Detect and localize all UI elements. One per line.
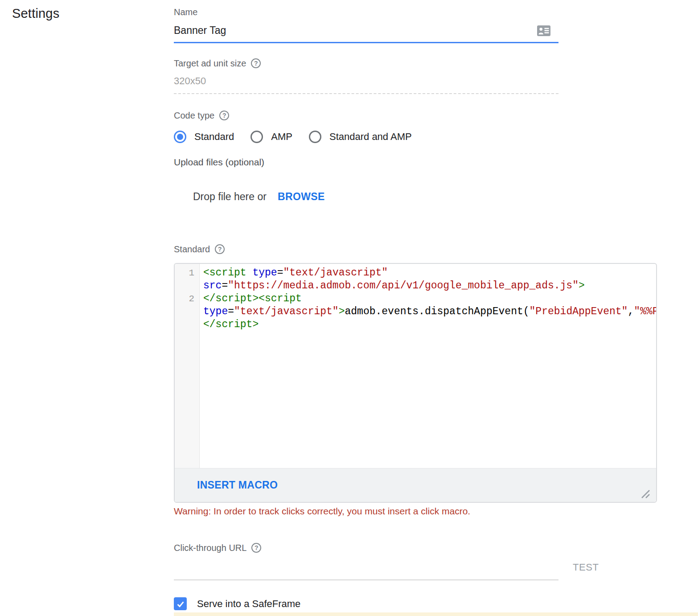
target-ad-unit-size-label: Target ad unit size: [174, 57, 246, 69]
radio-circle-icon: [174, 131, 186, 143]
radio-circle-icon: [250, 131, 263, 143]
name-input[interactable]: [174, 25, 537, 37]
code-type-help-icon[interactable]: ?: [219, 111, 229, 120]
radio-label: Standard: [194, 131, 234, 143]
file-drop-zone[interactable]: Drop file here or BROWSE: [174, 191, 698, 204]
click-through-url-input[interactable]: [174, 559, 558, 580]
notice-bar: [174, 612, 698, 616]
safeframe-label: Serve into a SafeFrame: [197, 598, 300, 610]
upload-files-label: Upload files (optional): [174, 157, 698, 168]
code-type-label: Code type: [174, 110, 214, 121]
insert-macro-button[interactable]: INSERT MACRO: [197, 479, 278, 491]
code-rows: 1<script type="text/javascript" src="htt…: [175, 264, 656, 331]
radio-label: AMP: [271, 131, 292, 143]
code-type-radio-group: StandardAMPStandard and AMP: [174, 130, 698, 143]
safeframe-row: Serve into a SafeFrame: [174, 597, 698, 610]
code-line: <script type="text/javascript" src="http…: [200, 267, 656, 292]
code-input[interactable]: 1<script type="text/javascript" src="htt…: [175, 264, 656, 468]
radio-standard[interactable]: Standard: [174, 131, 234, 143]
click-through-url-help-icon[interactable]: ?: [251, 543, 261, 553]
line-number: 2: [175, 292, 200, 331]
resize-grip-icon[interactable]: [640, 489, 650, 498]
click-through-url-label: Click-through URL: [174, 542, 246, 554]
radio-amp[interactable]: AMP: [250, 131, 292, 143]
drop-file-text: Drop file here or: [193, 191, 267, 203]
click-through-url-section: Click-through URL ? TEST: [174, 542, 698, 580]
browse-button[interactable]: BROWSE: [278, 191, 325, 203]
line-number: 1: [175, 267, 200, 292]
code-editor: 1<script type="text/javascript" src="htt…: [174, 263, 657, 503]
test-button[interactable]: TEST: [573, 562, 599, 580]
checkmark-icon: [176, 599, 185, 609]
radio-standard-and-amp[interactable]: Standard and AMP: [309, 131, 412, 143]
name-field: [174, 25, 558, 43]
left-column: Settings: [0, 0, 174, 616]
standard-code-label: Standard: [174, 243, 210, 255]
name-label: Name: [174, 6, 698, 18]
target-ad-unit-size-section: Target ad unit size ? 320x50: [174, 57, 698, 94]
target-ad-unit-size-value: 320x50: [174, 75, 558, 94]
settings-page: Settings Name Target ad unit size: [0, 0, 698, 616]
code-type-section: Code type ? StandardAMPStandard and AMP: [174, 110, 698, 143]
editor-footer: INSERT MACRO: [175, 468, 656, 502]
radio-label: Standard and AMP: [329, 131, 412, 143]
safeframe-checkbox[interactable]: [174, 597, 187, 610]
target-ad-unit-size-help-icon[interactable]: ?: [251, 58, 261, 68]
standard-code-help-icon[interactable]: ?: [215, 244, 225, 254]
page-title: Settings: [12, 6, 174, 21]
contact-card-icon: [537, 25, 551, 37]
radio-circle-icon: [309, 131, 321, 143]
click-macro-warning: Warning: In order to track clicks correc…: [174, 505, 698, 517]
settings-form: Name Target ad unit size ? 320x50: [174, 0, 698, 616]
code-line: </script><script type="text/javascript">…: [200, 292, 656, 331]
